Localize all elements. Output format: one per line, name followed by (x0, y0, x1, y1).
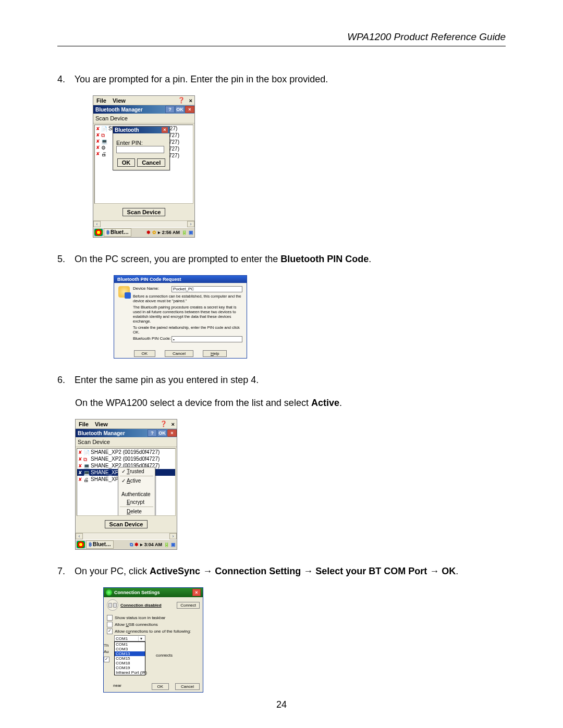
close-icon[interactable]: × (187, 97, 194, 104)
step-6: 6. Enter the same pin as you entered in … (57, 373, 506, 387)
menu-item-delete[interactable]: Delete (118, 508, 155, 515)
step-4-text: You are prompted for a pin. Enter the pi… (75, 74, 328, 84)
menu-item-authenticate[interactable]: Authenticate (118, 485, 155, 498)
titlebar-help-button[interactable]: ? (165, 106, 175, 113)
dropdown-item[interactable]: COM13 (115, 651, 145, 656)
close-icon[interactable]: × (169, 421, 177, 427)
connect-button[interactable]: Connect (177, 602, 200, 609)
titlebar-ok-button[interactable]: OK (157, 429, 167, 437)
pin-ok-button[interactable]: OK (117, 158, 136, 167)
help-icon[interactable]: ❓ (176, 97, 187, 104)
dropdown-item[interactable]: COM18 (115, 661, 145, 665)
checkbox-near[interactable]: ✓ (104, 657, 109, 662)
device-icon: 💻 (101, 139, 107, 144)
doc-header: WPA1200 Product Reference Guide (57, 31, 506, 46)
figure-pda-enter-pin: File View ❓ × Bluetooth Manager ? OK × S… (93, 95, 506, 238)
scroll-right-icon[interactable]: › (169, 533, 177, 539)
near-label: near (104, 683, 145, 690)
device-icon: 🖨 (101, 151, 107, 156)
menu-file[interactable]: File (93, 97, 109, 104)
dropdown-item[interactable]: COM19 (115, 665, 145, 670)
step-4: 4. You are prompted for a pin. Enter the… (57, 72, 506, 86)
pin-dialog-close-icon[interactable]: × (162, 127, 168, 133)
menu-item-active[interactable]: ✓Active (118, 477, 155, 485)
menu-view[interactable]: View (92, 421, 111, 428)
chk-status-label: Show status icon in taskbar (115, 615, 165, 620)
taskbar-app-button[interactable]: ฿ Bluet… (86, 540, 114, 549)
horizontal-scrollbar[interactable]: ‹ › (76, 533, 177, 539)
enter-pin-dialog: Bluetooth × Enter PIN: OK Cancel (113, 126, 170, 170)
scroll-left-icon[interactable]: ‹ (93, 221, 101, 227)
step-6-num: 6. (57, 373, 72, 387)
cs-cancel-button[interactable]: Cancel (175, 683, 200, 690)
com-port-select[interactable]: COM1 ▾ (114, 635, 145, 641)
titlebar-close-button[interactable]: × (167, 429, 177, 437)
checkbox-status-icon[interactable] (107, 615, 113, 621)
dropdown-item[interactable]: COM3 (115, 647, 145, 651)
connection-status: Connection disabled (120, 603, 175, 608)
tray-icon[interactable]: ✽ (134, 542, 139, 547)
bluetooth-key-icon (118, 286, 130, 298)
cs-close-icon[interactable]: × (192, 589, 201, 596)
pc-help-button[interactable]: Help (203, 350, 227, 357)
taskbar: ฿ Bluet… ✽ ✿ ▸ 2:56 AM 🔋 ▣ (93, 227, 194, 237)
checkbox-com[interactable]: ✓ (107, 628, 113, 634)
pc-dialog-text3: To create the paired relationship, enter… (133, 325, 242, 335)
tray-icon[interactable]: 🔋 (164, 542, 169, 547)
pin-dialog-title: Bluetooth (115, 127, 162, 133)
pc-dialog-text1: Before a connection can be established, … (133, 294, 242, 303)
pin-code-label: Bluetooth PIN Code: (133, 336, 172, 342)
start-icon[interactable] (77, 541, 85, 548)
dropdown-item[interactable]: COM1 (115, 642, 145, 647)
figure-connection-settings: Connection Settings × Connection disable… (103, 587, 506, 693)
step-4-num: 4. (57, 72, 72, 86)
cs-title: Connection Settings (114, 590, 192, 595)
menu-view[interactable]: View (109, 97, 129, 104)
dropdown-item[interactable]: Infrared Port (IR) (115, 670, 145, 675)
device-icon: 💻 (83, 463, 90, 468)
toolbar-scan-device[interactable]: Scan Device (78, 439, 110, 445)
tray-icon[interactable]: ✽ (146, 230, 151, 235)
scan-device-button[interactable]: Scan Device (123, 208, 166, 216)
figure-pc-pin-request: Bluetooth PIN Code Request Device Name: … (114, 275, 506, 359)
scroll-right-icon[interactable]: › (187, 221, 194, 227)
device-list[interactable]: ✘📄SHANE_XP2 (00195d0f4727) ✘⧉SHANE_XP2 (… (77, 448, 176, 516)
desktop-icon[interactable]: ▣ (171, 542, 176, 547)
window-title: Bluetooth Manager (95, 107, 165, 113)
tray-icon[interactable]: ⧉ (130, 542, 133, 548)
tray-icon[interactable]: 🔋 (181, 230, 187, 235)
device-list[interactable]: ✘📄SHANE_XP2 (00195d0f4727) ✘⧉ ✘💻 ✘⚙ ✘🖨 7… (94, 125, 193, 204)
pc-cancel-button[interactable]: Cancel (165, 350, 193, 357)
toolbar-scan-device[interactable]: Scan Device (95, 115, 128, 121)
titlebar-close-button[interactable]: × (185, 106, 194, 113)
scan-device-button[interactable]: Scan Device (105, 520, 148, 528)
menu-item-trusted[interactable]: ✓Trusted (118, 467, 155, 475)
pin-input[interactable] (116, 146, 164, 153)
titlebar-ok-button[interactable]: OK (175, 106, 185, 113)
pin-cancel-button[interactable]: Cancel (137, 158, 165, 167)
cs-ok-button[interactable]: OK (152, 683, 169, 690)
taskbar: ฿ Bluet… ⧉ ✽ ▸ 3:04 AM 🔋 ▣ (76, 539, 177, 549)
desktop-icon[interactable]: ▣ (189, 230, 193, 235)
activesync-icon (106, 589, 112, 596)
menu-item-encrypt[interactable]: Encrypt (118, 498, 155, 506)
help-icon[interactable]: ❓ (158, 421, 169, 427)
pin-code-input[interactable] (172, 336, 242, 342)
scroll-left-icon[interactable]: ‹ (76, 533, 83, 539)
com-port-dropdown[interactable]: COM1 COM3 COM13 COM15 COM18 COM19 Infrar… (114, 641, 145, 675)
dropdown-item[interactable]: COM15 (115, 656, 145, 661)
tray-icon[interactable]: ✿ (152, 230, 156, 235)
device-icon: 🖨 (83, 477, 90, 482)
step-6-text: Enter the same pin as you entered in ste… (75, 375, 259, 385)
titlebar-help-button[interactable]: ? (148, 429, 157, 437)
checkbox-usb[interactable] (107, 622, 113, 627)
step-5-num: 5. (57, 252, 72, 266)
start-icon[interactable] (94, 229, 103, 236)
device-icon: 📄 (101, 126, 107, 131)
device-icon: 📄 (83, 450, 90, 455)
menu-file[interactable]: File (76, 421, 92, 428)
pc-ok-button[interactable]: OK (134, 350, 156, 357)
taskbar-app-button[interactable]: ฿ Bluet… (104, 228, 131, 237)
figure-pda-context-menu: File View ❓ × Bluetooth Manager ? OK × S… (75, 419, 506, 550)
horizontal-scrollbar[interactable]: ‹ › (93, 220, 194, 227)
